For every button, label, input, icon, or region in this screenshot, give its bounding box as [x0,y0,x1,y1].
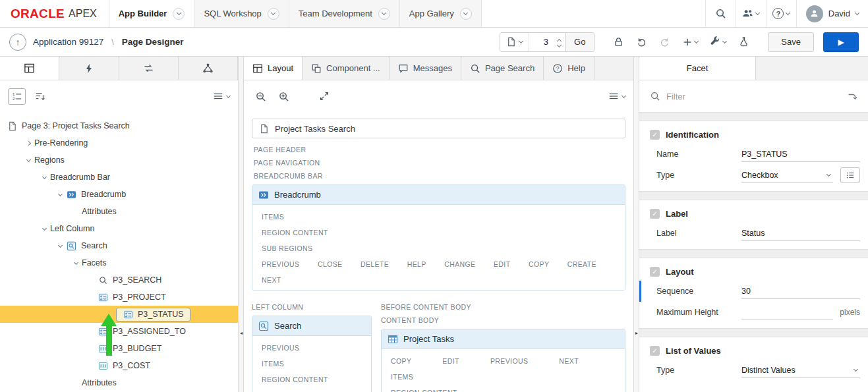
nav-tab-app-gallery[interactable]: App Gallery [399,0,482,27]
chevron-right-icon[interactable] [22,142,34,145]
tab-component[interactable]: Component ... [303,57,390,80]
workspace-body: 12 Page 3: Project Tasks SearchPre-Rende… [0,57,868,392]
chevron-down-icon[interactable] [22,159,34,161]
tree-item-p3-cost[interactable]: P3_COST [0,357,238,374]
tree-item-p3-project[interactable]: P3_PROJECT [0,289,238,306]
project-tasks-region[interactable]: Project Tasks COPYEDITPREVIOUSNEXT ITEMS… [381,329,625,392]
sequence-input[interactable]: 30 [741,284,860,299]
help-icon: ? [772,8,784,19]
step-down-icon[interactable] [557,42,562,47]
search-region-header[interactable]: Search [252,316,371,336]
zoom-in-button[interactable] [275,88,293,105]
page-stepper[interactable] [554,33,565,51]
page-finder-button[interactable] [500,33,529,51]
tree-item-regions[interactable]: Regions [0,152,238,169]
utilities-menu-button[interactable] [707,34,729,50]
save-button[interactable]: Save [768,32,814,52]
label-input[interactable]: Status [741,226,860,241]
search-region[interactable]: Search PREVIOUSITEMSREGION CONTENTSUB RE… [252,316,372,392]
tree-item-p3-assigned-to[interactable]: P3_ASSIGNED_TO [0,323,238,340]
tab-page-search[interactable]: Page Search [461,57,544,80]
tree-item-p3-search[interactable]: P3_SEARCH [0,271,238,289]
tree-item-label: Pre-Rendering [34,138,88,148]
tree-item-attributes[interactable]: Attributes [0,203,238,220]
tree-item-pre-rendering[interactable]: Pre-Rendering [0,134,238,152]
right-panel-splitter[interactable]: ▸ [633,57,639,392]
tab-dynamic-actions[interactable] [59,57,119,80]
tree-item-attributes[interactable]: Attributes [0,374,238,391]
identification-header[interactable]: ✓ Identification [639,126,868,144]
tab-messages[interactable]: Messages [390,57,461,80]
global-search-button[interactable] [705,0,736,27]
search-slot-region-content: REGION CONTENT [262,375,362,385]
chevron-down-icon[interactable] [38,177,50,179]
collapse-left-icon[interactable]: ◂ [239,330,244,336]
chevron-down-icon[interactable] [54,194,66,196]
max-height-input[interactable] [741,305,833,320]
lov-section-header[interactable]: ✓ List of Values [639,343,868,360]
undo-button[interactable] [633,34,650,50]
tab-processing[interactable] [119,57,179,80]
breadcrumb-region[interactable]: Breadcrumb ITEMSREGION CONTENTSUB REGION… [252,184,625,291]
breadcrumb-application[interactable]: Application 99127 [33,37,103,47]
layout-menu-button[interactable] [608,91,625,101]
nav-tab-team-development[interactable]: Team Development [289,0,399,27]
tree-item-p3-status[interactable]: P3_STATUS [0,306,238,323]
section-divider [639,191,868,200]
page-utilities-button[interactable] [736,34,752,50]
tree-item-search[interactable]: Search [0,237,238,254]
tab-label: Help [567,63,585,73]
tab-layout[interactable]: Layout [244,57,303,80]
sort-button[interactable] [31,88,49,105]
nav-tab-sql-workshop[interactable]: SQL Workshop [194,0,288,27]
page-title-region[interactable]: Project Tasks Search [252,119,625,138]
facet-range-icon [98,360,108,371]
tree-item-p3-budget[interactable]: P3_BUDGET [0,340,238,357]
zoom-out-button[interactable] [252,88,270,105]
tab-rendering[interactable] [0,57,59,80]
page-number-field[interactable]: 3 [529,33,554,51]
label-section-header[interactable]: ✓ Label [639,206,868,223]
tab-help[interactable]: ?Help [544,57,594,80]
expand-button[interactable] [315,88,333,105]
administration-menu-button[interactable] [736,0,766,27]
display-order-button[interactable]: 12 [8,88,26,105]
go-button[interactable]: Go [565,33,594,51]
name-input[interactable]: P3_STATUS [741,147,860,162]
chevron-down-icon[interactable] [70,262,82,264]
grid-action-next: NEXT [262,275,616,285]
help-menu-button[interactable]: ? [766,0,796,27]
type-select[interactable]: Checkbox [741,168,833,183]
page-lock-button[interactable] [610,34,627,50]
tree-menu-button[interactable] [213,91,230,101]
collapse-right-icon[interactable]: ▸ [634,330,639,336]
chevron-down-icon[interactable] [54,245,66,247]
redo-button[interactable] [656,34,673,50]
left-panel-splitter[interactable]: ◂ [238,57,244,392]
user-menu[interactable]: David [796,0,868,27]
tree-item-left-column[interactable]: Left Column [0,220,238,237]
page-icon [7,121,17,131]
zoom-in-icon [278,91,289,102]
layout-section-header[interactable]: ✓ Layout [639,264,868,281]
tree-item-breadcrumb-bar[interactable]: Breadcrumb Bar [0,169,238,186]
lov-type-select[interactable]: Distinct Values [741,363,860,378]
property-filter-input[interactable] [666,92,841,101]
lov-type-select-value: Distinct Values [741,366,796,375]
nav-tab-app-builder[interactable]: App Builder [109,0,194,27]
type-list-button[interactable] [840,167,860,183]
tab-shared-components[interactable] [179,57,238,80]
tab-facet[interactable]: Facet [639,57,756,80]
goto-group-icon[interactable] [847,91,857,101]
tree-item-label: Page 3: Project Tasks Search [22,121,130,130]
tree-item-breadcrumb[interactable]: Breadcrumb [0,186,238,203]
chevron-down-icon [226,93,231,98]
tree-item-page-3-project-tasks-search[interactable]: Page 3: Project Tasks Search [0,117,238,134]
project-tasks-region-header[interactable]: Project Tasks [382,329,625,349]
breadcrumb-region-header[interactable]: Breadcrumb [252,185,625,205]
run-button[interactable]: ▶ [823,32,859,52]
tree-item-facets[interactable]: Facets [0,254,238,271]
app-home-button[interactable]: ↑ [9,34,26,51]
chevron-down-icon[interactable] [38,228,50,230]
create-menu-button[interactable] [680,34,701,50]
